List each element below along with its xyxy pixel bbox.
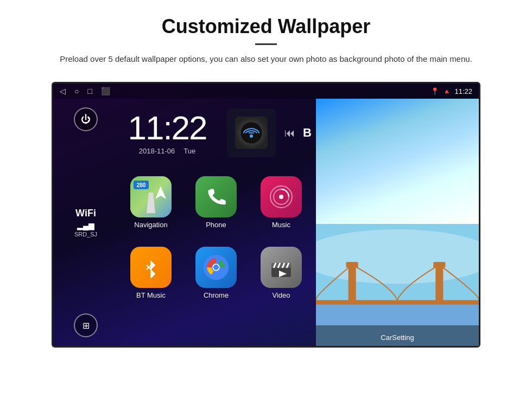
clock-date: 2018-11-06 Tue xyxy=(139,147,195,155)
prev-track-button[interactable]: ⏮ xyxy=(284,127,295,139)
btmusic-label: BT Music xyxy=(136,291,166,299)
screenshot-icon[interactable]: ⬛ xyxy=(101,87,110,95)
clock-block: 11:22 2018-11-06 Tue xyxy=(118,111,216,155)
home-icon[interactable]: ○ xyxy=(74,87,79,95)
wallpaper-panels: CarSetting xyxy=(316,99,479,348)
page-description: Preload over 5 default wallpaper options… xyxy=(54,53,478,66)
svg-point-1 xyxy=(250,134,253,138)
chrome-icon xyxy=(195,247,237,288)
status-time: 11:22 xyxy=(454,87,472,95)
btmusic-icon-svg xyxy=(139,255,163,279)
back-icon[interactable]: ◁ xyxy=(60,87,66,95)
wifi-label: WiFi xyxy=(74,208,97,219)
app-phone[interactable]: Phone xyxy=(183,167,249,237)
apps-button[interactable]: ⊞ xyxy=(74,313,98,337)
carsetting-label: CarSetting xyxy=(381,333,414,342)
btmusic-icon xyxy=(130,247,172,288)
music-label: Music xyxy=(272,221,290,229)
chrome-icon-svg xyxy=(202,254,230,281)
signal-icon: 🔺 xyxy=(442,87,451,95)
media-icon xyxy=(235,117,268,149)
app-chrome[interactable]: Chrome xyxy=(183,237,249,308)
svg-point-9 xyxy=(279,195,283,199)
svg-point-16 xyxy=(213,265,219,270)
ice-visual xyxy=(316,99,479,224)
wallpaper-bridge[interactable]: CarSetting xyxy=(316,224,479,348)
wifi-signal-bars: ▂▄▆ xyxy=(74,221,97,230)
svg-rect-30 xyxy=(435,262,443,304)
page-title: Customized Wallpaper xyxy=(33,15,499,38)
navigation-icon-svg: 280 xyxy=(130,176,172,217)
power-button[interactable]: ⏻ xyxy=(74,107,98,131)
svg-rect-28 xyxy=(349,262,356,304)
screen-content: ⏻ WiFi ▂▄▆ SRD_SJ ⊞ 11:22 xyxy=(53,99,479,346)
android-screen: ◁ ○ □ ⬛ 📍 🔺 11:22 ⏻ WiFi xyxy=(52,82,480,348)
video-icon-svg xyxy=(269,255,293,279)
video-label: Video xyxy=(272,291,290,299)
app-navigation[interactable]: 280 Navigation xyxy=(118,167,183,237)
music-icon-svg xyxy=(269,185,293,209)
svg-text:280: 280 xyxy=(137,182,146,188)
svg-rect-27 xyxy=(316,300,479,305)
wifi-ssid: SRD_SJ xyxy=(74,231,97,237)
page-header: Customized Wallpaper Preload over 5 defa… xyxy=(0,0,532,72)
app-video[interactable]: Video xyxy=(249,237,314,308)
clock-time: 11:22 xyxy=(128,111,206,145)
wallpaper-ice[interactable] xyxy=(316,99,479,224)
chrome-label: Chrome xyxy=(204,291,229,299)
navigation-label: Navigation xyxy=(134,221,167,229)
wifi-info: WiFi ▂▄▆ SRD_SJ xyxy=(74,208,97,237)
device-wrapper: ◁ ○ □ ⬛ 📍 🔺 11:22 ⏻ WiFi xyxy=(0,82,532,348)
page: Customized Wallpaper Preload over 5 defa… xyxy=(0,0,532,348)
status-bar: ◁ ○ □ ⬛ 📍 🔺 11:22 xyxy=(53,84,479,99)
title-divider xyxy=(255,43,277,45)
video-icon xyxy=(261,247,302,288)
recent-icon[interactable]: □ xyxy=(87,87,92,95)
phone-label: Phone xyxy=(206,221,226,229)
bluetooth-label: B xyxy=(303,126,312,140)
phone-icon-svg xyxy=(205,186,227,208)
status-right: 📍 🔺 11:22 xyxy=(430,87,472,95)
nav-icons: ◁ ○ □ ⬛ xyxy=(60,87,110,95)
media-controls: ⏮ B xyxy=(284,126,312,140)
music-icon xyxy=(261,176,302,217)
carsetting-strip: CarSetting xyxy=(316,325,479,348)
location-icon: 📍 xyxy=(430,87,439,95)
phone-icon xyxy=(195,176,237,217)
app-music[interactable]: Music xyxy=(249,167,314,237)
clock-day-value: Tue xyxy=(183,147,195,155)
app-btmusic[interactable]: BT Music xyxy=(118,237,183,308)
navigation-icon: 280 xyxy=(130,176,172,217)
left-sidebar: ⏻ WiFi ▂▄▆ SRD_SJ ⊞ xyxy=(53,99,118,346)
clock-date-value: 2018-11-06 xyxy=(139,147,175,155)
media-widget xyxy=(227,108,276,157)
cast-icon xyxy=(239,121,263,145)
